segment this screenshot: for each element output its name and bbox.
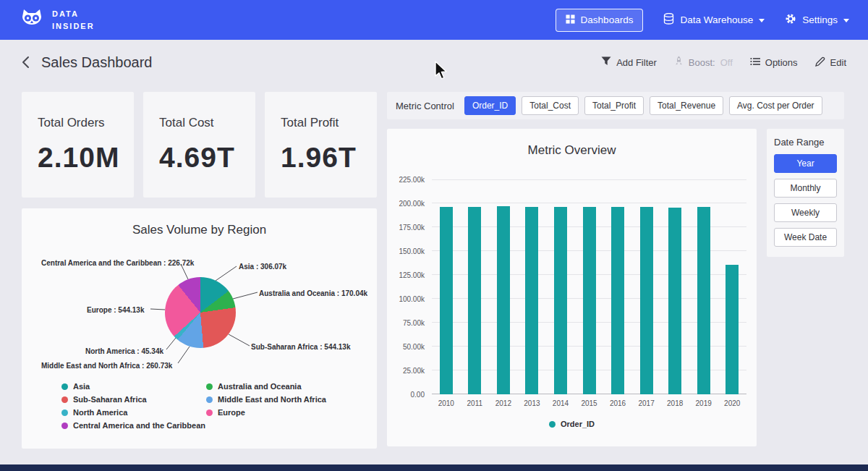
y-tick-label: 100.00k	[399, 295, 425, 303]
kpi-label: Total Cost	[159, 116, 255, 130]
legend-item-central-america-and-the-caribbean[interactable]: Central America and the Caribbean	[61, 421, 206, 430]
date-range-button-weekly[interactable]: Weekly	[774, 203, 837, 222]
nav-data-warehouse[interactable]: Data Warehouse	[663, 13, 765, 27]
edit-button[interactable]: Edit	[815, 56, 846, 69]
bar-2017[interactable]	[640, 207, 653, 394]
bar-chart-legend[interactable]: Order_ID	[387, 420, 757, 428]
bar-column-2018	[660, 179, 689, 394]
database-icon	[663, 13, 674, 27]
metric-button-avg-cost-per-order[interactable]: Avg. Cost per Order	[729, 96, 822, 115]
x-tick-label: 2014	[546, 399, 575, 407]
pie-chart[interactable]	[165, 277, 236, 348]
kpi-row: Total Orders 2.10M Total Cost 4.69T Tota…	[22, 92, 377, 198]
pie-slice-label-central-america-and-the-caribbean: Central America and the Caribbean : 226.…	[41, 259, 194, 267]
bar-column-2016	[603, 179, 632, 394]
legend-dot	[61, 396, 68, 403]
nav-settings-label: Settings	[802, 14, 838, 25]
bar-2013[interactable]	[525, 207, 538, 394]
bar-2019[interactable]	[697, 207, 710, 394]
subheader: Sales Dashboard Add Filter	[0, 40, 868, 85]
chevron-down-icon	[759, 19, 765, 22]
legend-dot	[61, 410, 68, 416]
add-filter-button[interactable]: Add Filter	[601, 56, 657, 68]
bar-column-2019	[689, 179, 718, 394]
x-tick-label: 2017	[632, 399, 661, 407]
legend-item-europe[interactable]: Europe	[206, 408, 326, 417]
bar-column-2010	[432, 179, 461, 394]
y-tick-label: 25.00k	[403, 366, 425, 374]
legend-item-middle-east-and-north-africa[interactable]: Middle East and North Africa	[206, 395, 326, 404]
metric-control-label: Metric Control	[396, 101, 454, 111]
legend-item-asia[interactable]: Asia	[61, 382, 206, 391]
y-tick-label: 175.00k	[399, 223, 425, 231]
legend-item-australia-and-oceania[interactable]: Australia and Oceania	[206, 382, 326, 391]
pie-chart-title: Sales Volume by Region	[22, 208, 377, 237]
date-range-button-week-date[interactable]: Week Date	[774, 228, 837, 247]
y-tick-label: 200.00k	[399, 199, 425, 207]
bar-column-2015	[575, 179, 604, 394]
y-tick-label: 225.00k	[399, 176, 425, 184]
nav-data-warehouse-label: Data Warehouse	[680, 14, 753, 25]
metric-button-total-revenue[interactable]: Total_Revenue	[650, 96, 723, 115]
boost-toggle[interactable]: Boost: Off	[674, 56, 733, 69]
bar-2012[interactable]	[497, 206, 510, 394]
gear-icon	[785, 13, 796, 27]
bar-2011[interactable]	[468, 207, 481, 395]
bar-chart-title: Metric Overview	[387, 129, 757, 158]
nav-dashboards-button[interactable]: Dashboards	[556, 9, 644, 32]
bar-2016[interactable]	[611, 207, 624, 394]
legend-item-north-america[interactable]: North America	[61, 408, 206, 417]
legend-dot	[61, 423, 68, 429]
pie-slice-label-asia: Asia : 306.07k	[239, 263, 286, 271]
metric-overview-card: Metric Overview 225.00k200.00k175.00k150…	[387, 129, 757, 446]
date-range-button-year[interactable]: Year	[774, 154, 837, 173]
bar-column-2020	[718, 179, 746, 394]
kpi-card-total-orders: Total Orders 2.10M	[22, 92, 134, 198]
legend-label: Europe	[218, 408, 245, 417]
dashboards-grid-icon	[566, 14, 575, 26]
legend-label: Sub-Saharan Africa	[73, 395, 147, 404]
series-legend-label: Order_ID	[561, 420, 595, 428]
kpi-card-total-profit: Total Profit 1.96T	[265, 92, 377, 198]
y-tick-label: 150.00k	[399, 247, 425, 255]
pie-slice-label-sub-saharan-africa: Sub-Saharan Africa : 544.13k	[251, 343, 350, 351]
metric-button-total-profit[interactable]: Total_Profit	[584, 96, 644, 115]
legend-item-sub-saharan-africa[interactable]: Sub-Saharan Africa	[61, 395, 206, 404]
sales-volume-card: Sales Volume by Region Asia : 306.07kAus…	[22, 208, 377, 449]
filter-funnel-icon	[601, 56, 611, 68]
bar-column-2012	[489, 179, 518, 394]
bar-2015[interactable]	[583, 207, 596, 394]
metric-button-order-id[interactable]: Order_ID	[464, 96, 516, 115]
metric-control-bar: Metric Control Order_IDTotal_CostTotal_P…	[387, 92, 844, 119]
y-tick-label: 125.00k	[399, 271, 425, 279]
bar-2014[interactable]	[554, 207, 567, 394]
nav-settings[interactable]: Settings	[785, 13, 849, 27]
legend-dot	[206, 396, 213, 403]
date-range-button-monthly[interactable]: Monthly	[774, 179, 837, 198]
top-navbar: DATA INSIDER Dashboards	[0, 0, 868, 40]
pie-slice-label-north-america: North America : 45.34k	[85, 347, 163, 355]
x-tick-label: 2016	[603, 399, 632, 407]
bottom-bar	[0, 464, 868, 471]
brand-logo[interactable]: DATA INSIDER	[19, 7, 95, 33]
pie-slice-label-australia-and-oceania: Australia and Oceania : 170.04k	[259, 289, 367, 297]
x-tick-label: 2018	[660, 399, 689, 407]
metric-button-total-cost[interactable]: Total_Cost	[522, 96, 579, 115]
bar-2020[interactable]	[726, 265, 739, 394]
sales-dashboard-page: DATA INSIDER Dashboards	[0, 0, 868, 471]
options-button[interactable]: Options	[750, 57, 798, 68]
bar-column-2011	[461, 179, 490, 394]
legend-dot	[206, 383, 213, 390]
y-tick-label: 50.00k	[403, 343, 425, 351]
kpi-label: Total Profit	[281, 116, 377, 130]
bar-2018[interactable]	[668, 208, 681, 394]
legend-label: Central America and the Caribbean	[73, 421, 205, 430]
chevron-down-icon	[843, 19, 849, 22]
brand-text: DATA INSIDER	[52, 8, 95, 32]
back-button[interactable]	[22, 56, 30, 69]
series-legend-dot	[549, 421, 556, 428]
boost-rocket-icon	[674, 56, 684, 69]
bar-2010[interactable]	[440, 207, 453, 394]
kpi-label: Total Orders	[38, 116, 134, 130]
x-tick-label: 2013	[518, 399, 547, 407]
